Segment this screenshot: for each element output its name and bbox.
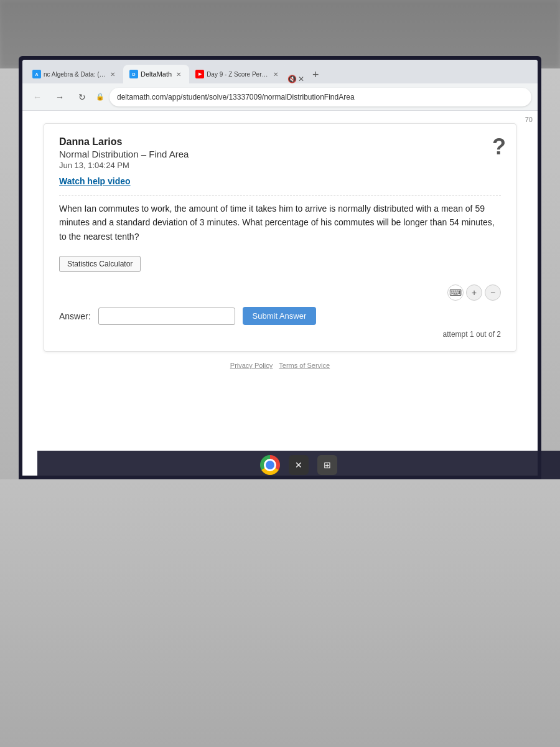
taskbar-window-icon[interactable]: ⊞ — [316, 454, 338, 476]
timestamp: Jun 13, 1:04:24 PM — [59, 161, 501, 170]
tab-bar: A nc Algebra & Data: (YR) Popla ✕ D Delt… — [22, 60, 538, 83]
answer-input[interactable] — [98, 308, 235, 325]
chrome-logo — [260, 455, 280, 475]
question-card: ? Danna Larios Normal Distribution – Fin… — [44, 123, 516, 352]
address-bar-row: ← → ↻ 🔒 — [22, 83, 538, 111]
attempt-info: attempt 1 out of 2 — [59, 330, 501, 339]
taskbar-close-icon[interactable]: ✕ — [287, 454, 310, 476]
taskbar-chrome-icon[interactable] — [259, 454, 281, 476]
tab2-label: DeltaMath — [141, 70, 172, 78]
browser-window: A nc Algebra & Data: (YR) Popla ✕ D Delt… — [22, 60, 538, 476]
watch-help-link[interactable]: Watch help video — [59, 176, 501, 186]
zoom-in-button[interactable]: + — [466, 284, 482, 301]
keyboard-icon-button[interactable]: ⌨ — [447, 284, 464, 301]
tab1-label: nc Algebra & Data: (YR) Popla — [44, 71, 106, 78]
tab-youtube[interactable]: ▶ Day 9 - Z Score Percentiles - ✕ — [189, 65, 286, 83]
help-icon[interactable]: ? — [492, 134, 506, 160]
divider — [59, 195, 501, 195]
tab3-label: Day 9 - Z Score Percentiles - — [207, 71, 269, 78]
back-button[interactable]: ← — [29, 88, 46, 106]
assignment-title: Normal Distribution – Find Area — [59, 149, 501, 159]
tab2-close[interactable]: ✕ — [174, 70, 183, 78]
student-name: Danna Larios — [59, 136, 501, 148]
deltamath-page: 70 ? Danna Larios Normal Distribution – … — [22, 111, 538, 476]
tab3-close-x[interactable]: ✕ — [298, 75, 304, 83]
tab3-favicon: ▶ — [195, 70, 204, 78]
tab2-favicon: D — [129, 70, 138, 78]
tab-algebra[interactable]: A nc Algebra & Data: (YR) Popla ✕ — [26, 65, 123, 83]
answer-label: Answer: — [59, 311, 91, 321]
tab3-close[interactable]: ✕ — [271, 70, 280, 78]
privacy-policy-link[interactable]: Privacy Policy — [230, 362, 273, 369]
zoom-out-button[interactable]: − — [485, 284, 501, 301]
laptop-bottom: SAMSUNG ← → C ⬜ ▯▯ ☼ ☀ @ # $ % ^ & * — [0, 479, 560, 747]
new-tab-button[interactable]: + — [307, 66, 324, 83]
tab1-close[interactable]: ✕ — [108, 70, 117, 78]
question-text: When Ian commutes to work, the amount of… — [59, 202, 501, 243]
answer-row: Answer: Submit Answer — [59, 307, 501, 325]
submit-button[interactable]: Submit Answer — [243, 307, 317, 325]
forward-button[interactable]: → — [51, 88, 68, 106]
terms-link[interactable]: Terms of Service — [279, 362, 330, 369]
laptop-body: A nc Algebra & Data: (YR) Popla ✕ D Delt… — [0, 0, 560, 747]
statistics-calculator-button[interactable]: Statistics Calculator — [59, 256, 141, 272]
taskbar: ✕ ⊞ — [37, 451, 560, 479]
browser-content: 70 ? Danna Larios Normal Distribution – … — [22, 111, 538, 476]
tab3-mute-icon[interactable]: 🔇 — [287, 75, 297, 83]
refresh-button[interactable]: ↻ — [73, 88, 91, 106]
tab-deltamath[interactable]: D DeltaMath ✕ — [123, 65, 189, 83]
tab1-favicon: A — [32, 70, 41, 78]
address-input[interactable] — [110, 88, 531, 106]
scroll-indicator: 70 — [525, 116, 533, 123]
lock-icon: 🔒 — [96, 93, 105, 101]
screen-bezel: A nc Algebra & Data: (YR) Popla ✕ D Delt… — [19, 56, 541, 479]
